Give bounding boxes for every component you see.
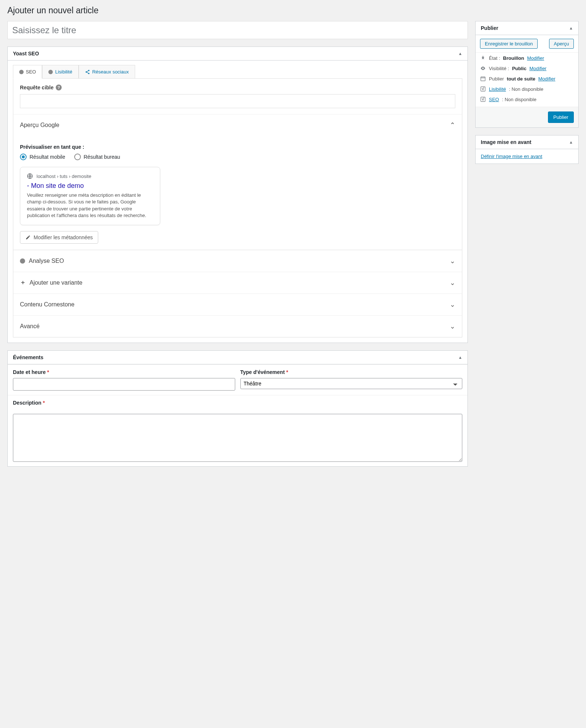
svg-rect-4	[481, 77, 485, 81]
description-label: Description *	[13, 400, 462, 406]
chevron-down-icon: ⌄	[450, 279, 455, 287]
chevron-down-icon: ⌄	[450, 322, 455, 330]
events-toggle-icon[interactable]: ▲	[458, 355, 462, 360]
chevron-up-icon: ⌃	[450, 121, 455, 129]
schedule-edit-link[interactable]: Modifier	[538, 76, 555, 82]
readability-link[interactable]: Lisibilité	[489, 86, 506, 92]
svg-point-0	[88, 70, 89, 71]
radio-desktop-label: Résultat bureau	[84, 154, 120, 160]
pencil-icon	[25, 235, 31, 240]
edit-metadata-label: Modifier les métadonnées	[34, 234, 93, 240]
help-icon[interactable]: ?	[56, 85, 62, 90]
publish-toggle-icon[interactable]: ▲	[569, 26, 573, 30]
visibility-edit-link[interactable]: Modifier	[530, 66, 546, 71]
preview-as-label: Prévisualiser en tant que :	[20, 144, 455, 150]
featured-toggle-icon[interactable]: ▲	[569, 140, 573, 144]
tab-seo[interactable]: SEO	[13, 65, 42, 79]
seo-status-dot-icon	[19, 70, 24, 74]
seo-value: : Non disponible	[502, 97, 536, 102]
status-edit-link[interactable]: Modifier	[527, 55, 544, 61]
seo-analysis-toggle[interactable]: Analyse SEO ⌄	[13, 250, 462, 272]
readability-status-dot-icon	[48, 70, 53, 74]
schedule-label: Publier	[489, 76, 504, 82]
edit-metadata-button[interactable]: Modifier les métadonnées	[20, 231, 98, 244]
calendar-icon	[480, 76, 486, 82]
tab-social-label: Réseaux sociaux	[92, 69, 129, 75]
google-description: Veuillez renseigner une méta description…	[27, 192, 153, 219]
google-breadcrumb: localhost › tuts › demosite	[37, 174, 91, 179]
visibility-value: Public	[512, 66, 527, 71]
seo-link[interactable]: SEO	[489, 97, 499, 102]
google-preview-toggle[interactable]: Aperçu Google ⌃	[13, 114, 462, 136]
chevron-down-icon: ⌄	[450, 257, 455, 265]
globe-icon	[27, 173, 33, 179]
google-title[interactable]: - Mon site de demo	[27, 182, 153, 190]
yoast-box-title: Yoast SEO	[13, 51, 39, 56]
svg-rect-5	[481, 87, 485, 91]
radio-mobile[interactable]: Résultat mobile	[20, 154, 65, 160]
tab-social[interactable]: Réseaux sociaux	[79, 65, 135, 78]
svg-rect-6	[481, 97, 485, 102]
eye-icon	[480, 65, 486, 71]
focus-keyword-input[interactable]	[20, 94, 455, 108]
description-textarea[interactable]	[13, 414, 462, 462]
yoast-toggle-icon[interactable]: ▲	[458, 51, 462, 56]
event-type-label: Type d'événement *	[240, 369, 463, 375]
status-label: État :	[489, 55, 500, 61]
plus-icon: ＋	[20, 279, 26, 286]
save-draft-button[interactable]: Enregistrer le brouillon	[480, 39, 538, 49]
add-variant-toggle[interactable]: ＋Ajouter une variante ⌄	[13, 272, 462, 293]
seo-analysis-label: Analyse SEO	[29, 258, 64, 264]
events-box-title: Événements	[13, 354, 43, 360]
publish-button[interactable]: Publier	[548, 111, 574, 123]
tab-seo-label: SEO	[26, 69, 36, 75]
yoast-icon	[480, 96, 486, 102]
datetime-input[interactable]	[13, 378, 235, 391]
focus-keyword-label: Requête cible	[20, 85, 54, 90]
status-value: Brouillon	[503, 55, 524, 61]
radio-desktop[interactable]: Résultat bureau	[74, 154, 120, 160]
status-dot-icon	[20, 258, 25, 264]
preview-button[interactable]: Aperçu	[549, 39, 574, 49]
chevron-down-icon: ⌄	[450, 301, 455, 309]
tab-readability[interactable]: Lisibilité	[42, 65, 78, 78]
pin-icon	[480, 55, 486, 61]
tab-readability-label: Lisibilité	[55, 69, 72, 75]
schedule-value: tout de suite	[507, 76, 535, 82]
cornerstone-toggle[interactable]: Contenu Cornestone ⌄	[13, 293, 462, 315]
advanced-label: Avancé	[20, 323, 40, 330]
datetime-label: Date et heure *	[13, 369, 235, 375]
yoast-icon	[480, 86, 486, 92]
event-type-select[interactable]: Théâtre	[240, 378, 463, 389]
add-variant-label: Ajouter une variante	[30, 279, 82, 286]
share-icon	[85, 69, 90, 75]
page-title: Ajouter un nouvel article	[7, 6, 579, 16]
post-title-input[interactable]	[7, 21, 468, 39]
visibility-label: Visibilité :	[489, 66, 509, 71]
svg-point-1	[85, 71, 87, 73]
cornerstone-label: Contenu Cornestone	[20, 301, 75, 308]
set-featured-image-link[interactable]: Définir l'image mise en avant	[481, 154, 542, 159]
google-preview-card: localhost › tuts › demosite - Mon site d…	[20, 167, 160, 225]
readability-value: : Non disponible	[509, 86, 543, 92]
svg-point-2	[88, 73, 89, 74]
publish-box-title: Publier	[481, 25, 498, 31]
radio-mobile-label: Résultat mobile	[30, 154, 65, 160]
google-heading: Aperçu Google	[20, 122, 59, 128]
advanced-toggle[interactable]: Avancé ⌄	[13, 315, 462, 337]
featured-image-title: Image mise en avant	[481, 139, 531, 145]
